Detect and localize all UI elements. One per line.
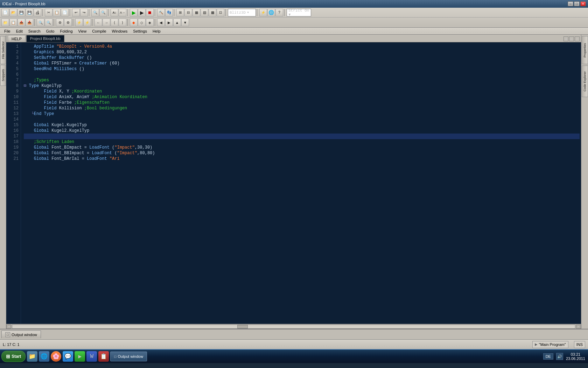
redo-button[interactable]: ↪ (80, 9, 88, 16)
code-line-5: SeedRnd MilliSecs () (24, 66, 580, 72)
tb2-btn1[interactable]: 📁 (1, 19, 9, 26)
split-btn[interactable]: ⊡ (217, 9, 224, 16)
strict-dropdown[interactable]: Strict On ▼ (287, 9, 311, 16)
minimize-button[interactable]: ─ (568, 1, 573, 6)
tb2-jump2[interactable]: ▶ (165, 19, 173, 26)
menu-help[interactable]: Help (150, 28, 163, 34)
menu-goto[interactable]: Goto (43, 28, 57, 34)
scroll-right-button[interactable]: ▶ (576, 325, 581, 329)
step-button[interactable]: 👣 (165, 9, 173, 16)
code-line-18: ;Schriften Laden (24, 139, 580, 145)
maximize-button[interactable]: □ (574, 1, 580, 6)
taskbar-skype-icon[interactable]: 💬 (63, 351, 73, 362)
status-right: ▶ "Main Program" INS (532, 341, 585, 348)
menu-view[interactable]: View (76, 28, 90, 34)
code-content[interactable]: AppTitle "BloopIt - Version0.4a Graphics… (21, 42, 581, 324)
tb2-up[interactable]: ⟨ (111, 19, 118, 26)
code-line-14 (24, 117, 580, 122)
debug-button[interactable]: ▶ (138, 9, 146, 16)
tb2-mark1[interactable]: ◆ (130, 19, 138, 26)
replace-button[interactable]: 🔍 (99, 9, 107, 16)
stop-button[interactable]: ⏹ (146, 9, 154, 16)
toolbar2: 📁 📋 📤 📥 🔍 🔍 ⚙ ⚙ ⚡ ⚡ ← → ⟨ ⟩ ◆ ◇ ◈ ◀ ▶ ▲ … (0, 18, 588, 27)
menu-windows[interactable]: Windows (109, 28, 131, 34)
tb2-btn10[interactable]: ⚡ (83, 19, 91, 26)
cut-button[interactable]: ✂ (45, 9, 52, 16)
col-button[interactable]: ▦ (192, 9, 200, 16)
build-button[interactable]: 🔨 (157, 9, 165, 16)
menu-folding[interactable]: Folding (57, 28, 75, 34)
taskbar-filemanager-icon[interactable]: 📁 (27, 351, 37, 362)
separator3 (89, 9, 90, 16)
taskbar-ie-icon[interactable]: 🌐 (39, 351, 49, 362)
col2-button[interactable]: ▧ (201, 9, 208, 16)
run-button[interactable]: ▶ (130, 9, 138, 16)
scrollbar-track[interactable] (12, 325, 575, 329)
scrollbar-thumb[interactable] (237, 325, 248, 328)
file-selector-icon[interactable]: File Selector (0, 36, 6, 64)
tb2-btn6[interactable]: 🔍 (45, 19, 52, 26)
h-scrollbar[interactable]: ◀ ▶ (6, 324, 581, 329)
properties-panel-label[interactable]: Properties (582, 36, 588, 64)
tb2-btn8[interactable]: ⚙ (64, 19, 72, 26)
tb2-btn3[interactable]: 📤 (18, 19, 25, 26)
taskbar-media-icon[interactable]: ▶ (75, 351, 85, 362)
tab-prev-button[interactable]: ◀ (564, 36, 568, 41)
right-sidebar: Properties Code Explorer (581, 35, 588, 329)
taskbar-app-icon[interactable]: 📋 (98, 351, 109, 362)
help-button[interactable]: ? (275, 9, 283, 16)
grid-button[interactable]: ⊞ (176, 9, 184, 16)
blitz-dropdown[interactable]: Blitz3D ▼ (228, 9, 256, 16)
find-button[interactable]: 🔍 (91, 9, 99, 16)
open-button[interactable]: 📂 (9, 9, 17, 16)
close-button[interactable]: ✕ (580, 1, 586, 6)
tb2-down[interactable]: ⟩ (119, 19, 126, 26)
menu-edit[interactable]: Edit (13, 28, 26, 34)
view-btn[interactable]: ▩ (209, 9, 216, 16)
output-window-tab[interactable]: □ Output window (1, 330, 41, 338)
tb2-jump4[interactable]: ▼ (181, 19, 189, 26)
save-all-button[interactable]: 💾 (26, 9, 33, 16)
grid2-button[interactable]: ⊟ (184, 9, 192, 16)
tb2-jump3[interactable]: ▲ (173, 19, 181, 26)
volume-icon[interactable]: 🔊 (556, 353, 563, 360)
tb2-mark2[interactable]: ◇ (138, 19, 146, 26)
tab-close-button[interactable]: ✕ (575, 36, 580, 41)
tb2-btn2[interactable]: 📋 (9, 19, 17, 26)
scroll-left-button[interactable]: ◀ (6, 325, 11, 329)
menu-compile[interactable]: Compile (89, 28, 109, 34)
web-button[interactable]: 🌐 (267, 9, 275, 16)
copy-button[interactable]: 📋 (53, 9, 61, 16)
tab-next-button[interactable]: ▶ (569, 36, 574, 41)
tb2-btn4[interactable]: 📥 (26, 19, 33, 26)
taskbar-word-icon[interactable]: W (86, 351, 97, 362)
tab-help[interactable]: HELP (8, 35, 26, 42)
tb2-mark3[interactable]: ◈ (146, 19, 154, 26)
tab-project[interactable]: Project BloopIt.bb (26, 35, 64, 42)
taskbar-3rdparty1-icon[interactable]: 🌸 (51, 351, 61, 362)
format-button[interactable]: A↕ (111, 9, 118, 16)
tb2-btn9[interactable]: ⚡ (75, 19, 83, 26)
language-indicator[interactable]: DE (543, 353, 553, 360)
code-editor[interactable]: 1 2 3 4 5 6 7 8 9 10 11 12 13 14 15 16 1… (6, 42, 581, 324)
undo-button[interactable]: ↩ (72, 9, 80, 16)
tb2-next[interactable]: → (103, 19, 110, 26)
indent-button[interactable]: A→ (119, 9, 126, 16)
code-explorer-panel-label[interactable]: Code Explorer (582, 66, 588, 97)
save-button[interactable]: 💾 (18, 9, 25, 16)
tb2-btn5[interactable]: 🔍 (37, 19, 44, 26)
lightning-button[interactable]: ⚡ (259, 9, 267, 16)
tb2-jump1[interactable]: ◀ (157, 19, 165, 26)
tb2-prev[interactable]: ← (94, 19, 102, 26)
menu-search[interactable]: Search (26, 28, 43, 34)
menu-file[interactable]: File (1, 28, 13, 34)
tb2-btn7[interactable]: ⚙ (56, 19, 64, 26)
print-button[interactable]: 🖨 (34, 9, 41, 16)
menu-settings[interactable]: Settings (130, 28, 150, 34)
taskbar-output-button[interactable]: □ Output window (110, 352, 147, 361)
new-button[interactable]: 📄 (1, 9, 9, 16)
snippets-icon[interactable]: Snippets (0, 65, 6, 86)
paste-button[interactable]: 📄 (61, 9, 69, 16)
code-line-21: Global Font_BArIal = LoadFont "Ari (24, 156, 580, 162)
start-button[interactable]: ⊞ Start (1, 351, 26, 362)
